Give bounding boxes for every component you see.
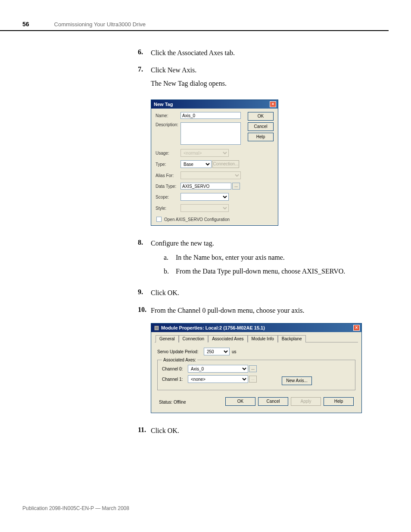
- servo-update-label: Servo Update Period:: [157, 349, 204, 354]
- step-text: Click OK.: [151, 288, 179, 298]
- dialog-titlebar[interactable]: New Tag ×: [151, 100, 278, 109]
- channel1-select[interactable]: <none>: [188, 375, 248, 383]
- step-text: Click OK.: [151, 426, 179, 436]
- tab-module-info[interactable]: Module Info: [248, 335, 278, 342]
- page-header: 56 Commissioning Your Ultra3000 Drive: [0, 0, 389, 31]
- step-text: Click the Associated Axes tab.: [151, 48, 235, 58]
- name-label: Name:: [156, 113, 181, 118]
- help-button[interactable]: Help: [324, 397, 354, 406]
- substep-text: In the Name box, enter your axis name.: [176, 253, 285, 262]
- tab-backplane[interactable]: Backplane: [278, 335, 306, 342]
- module-properties-dialog: Module Properties: Local:2 (1756-M02AE 1…: [151, 323, 362, 413]
- substep-letter: b.: [164, 267, 176, 276]
- open-config-checkbox[interactable]: [156, 217, 162, 222]
- aliasfor-select: [181, 171, 241, 179]
- step-number: 7.: [138, 65, 151, 92]
- apply-button: Apply: [291, 397, 321, 406]
- new-axis-button[interactable]: New Axis...: [282, 376, 312, 385]
- step-11: 11. Click OK.: [138, 426, 389, 436]
- datatype-label: Data Type:: [156, 184, 181, 189]
- close-icon[interactable]: ×: [353, 325, 360, 331]
- step-number: 8.: [138, 239, 151, 280]
- new-tag-dialog: New Tag × Name: Description: Usage: <nor…: [151, 100, 278, 226]
- ok-button[interactable]: OK: [225, 397, 255, 406]
- description-textarea[interactable]: [181, 122, 241, 145]
- step-number: 11.: [138, 426, 151, 436]
- cancel-button[interactable]: Cancel: [248, 122, 274, 131]
- dialog-titlebar[interactable]: Module Properties: Local:2 (1756-M02AE 1…: [151, 324, 361, 332]
- tab-bar: General Connection Associated Axes Modul…: [155, 335, 358, 342]
- dialog-title: Module Properties: Local:2 (1756-M02AE 1…: [161, 325, 265, 330]
- content: 6. Click the Associated Axes tab. 7. Cli…: [0, 31, 411, 436]
- tab-connection[interactable]: Connection: [179, 335, 209, 342]
- style-select: [181, 204, 229, 212]
- step-8: 8. Configure the new tag. a. In the Name…: [138, 239, 389, 280]
- status-text: Status: Offline: [157, 398, 186, 404]
- step-7: 7. Click New Axis. The New Tag dialog op…: [138, 65, 389, 92]
- cancel-button[interactable]: Cancel: [258, 397, 288, 406]
- servo-update-select[interactable]: 250: [204, 348, 230, 355]
- svg-rect-1: [155, 327, 158, 330]
- header-title: Commissioning Your Ultra3000 Drive: [54, 21, 146, 28]
- fieldset-legend: Associated Axes:: [162, 358, 197, 362]
- channel1-label: Channel 1:: [162, 377, 188, 382]
- step-number: 6.: [138, 48, 151, 58]
- aliasfor-label: Alias For:: [156, 173, 181, 178]
- module-icon: [154, 325, 159, 331]
- channel0-browse-button[interactable]: ...: [249, 365, 257, 372]
- browse-button[interactable]: ...: [232, 183, 240, 190]
- step-9: 9. Click OK.: [138, 288, 389, 298]
- usage-select: <normal>: [181, 149, 229, 157]
- channel0-label: Channel 0:: [162, 367, 188, 371]
- substep-letter: a.: [164, 253, 176, 262]
- usage-label: Usage:: [156, 151, 181, 156]
- step-number: 10.: [138, 306, 151, 315]
- style-label: Style:: [156, 206, 181, 211]
- substep-text: From the Data Type pull-down menu, choos…: [176, 267, 345, 276]
- servo-update-unit: us: [232, 349, 237, 354]
- checkbox-label: Open AXIS_SERVO Configuration: [164, 217, 230, 222]
- description-label: Description:: [156, 122, 181, 127]
- connection-button: Connection...: [212, 160, 239, 168]
- name-input[interactable]: [181, 112, 241, 119]
- step-text: Configure the new tag.: [151, 239, 345, 248]
- page-number: 56: [22, 21, 29, 28]
- dialog-title: New Tag: [154, 102, 173, 107]
- type-select[interactable]: Base: [181, 160, 212, 168]
- help-button[interactable]: Help: [248, 133, 274, 141]
- scope-label: Scope:: [156, 195, 181, 199]
- step-10: 10. From the Channel 0 pull-down menu, c…: [138, 306, 389, 315]
- type-label: Type:: [156, 162, 181, 167]
- channel1-browse-button: ...: [249, 376, 257, 383]
- step-6: 6. Click the Associated Axes tab.: [138, 48, 389, 58]
- tab-general[interactable]: General: [156, 335, 179, 342]
- step-number: 9.: [138, 288, 151, 298]
- tab-associated-axes[interactable]: Associated Axes: [208, 335, 247, 342]
- ok-button[interactable]: OK: [248, 112, 274, 121]
- close-icon[interactable]: ×: [270, 101, 276, 107]
- step-subtext: The New Tag dialog opens.: [151, 79, 227, 88]
- channel0-select[interactable]: Axis_0: [188, 365, 248, 373]
- datatype-input[interactable]: [181, 183, 231, 190]
- step-text: From the Channel 0 pull-down menu, choos…: [151, 306, 304, 315]
- step-text: Click New Axis.: [151, 65, 227, 75]
- scope-select[interactable]: [181, 193, 229, 201]
- footer-text: Publication 2098-IN005C-EN-P — March 200…: [22, 505, 129, 511]
